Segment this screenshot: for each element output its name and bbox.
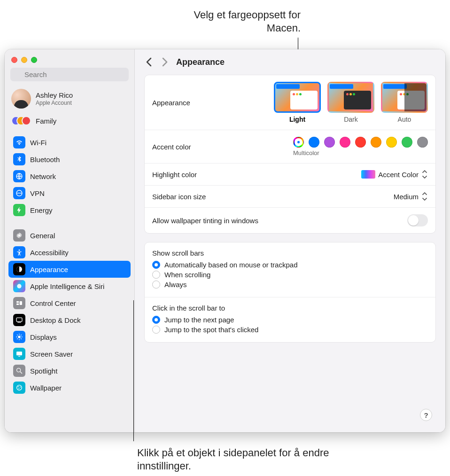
sidebar-item-spot[interactable]: Spotlight xyxy=(8,362,131,379)
dock-icon xyxy=(13,314,25,326)
toggle-knob-icon xyxy=(408,215,419,226)
radio-icon xyxy=(152,271,160,279)
accent-green[interactable] xyxy=(402,137,412,148)
svg-point-21 xyxy=(18,388,19,389)
sidebar: Ashley Rico Apple Account Family Wi-FiBl… xyxy=(5,49,135,432)
sidebar-item-general[interactable]: General xyxy=(8,227,131,244)
siri-icon xyxy=(13,280,25,292)
topbar: Appearance xyxy=(135,49,445,75)
sidebar-item-label: Desktop & Dock xyxy=(30,316,81,324)
vpn-icon xyxy=(13,187,25,199)
sidebar-item-bt[interactable]: Bluetooth xyxy=(8,151,131,168)
cc-icon xyxy=(13,297,25,309)
avatar xyxy=(11,89,31,109)
sidebar-item-disp[interactable]: Displays xyxy=(8,328,131,345)
scrollbars-option[interactable]: Always xyxy=(152,280,428,289)
sidebar-item-label: Energy xyxy=(30,206,53,214)
scrollbars-option[interactable]: Automatically based on mouse or trackpad xyxy=(152,260,428,270)
accent-label: Accent color xyxy=(152,143,293,151)
sidebar-item-label: Control Center xyxy=(30,299,76,307)
scrollclick-option[interactable]: Jump to the next page xyxy=(152,315,428,325)
back-button[interactable] xyxy=(144,57,154,67)
svg-rect-10 xyxy=(16,304,19,305)
sidebar-item-label: Appearance xyxy=(30,265,68,273)
radio-label: Jump to the spot that's clicked xyxy=(164,326,258,334)
iconsize-select[interactable]: Medium xyxy=(394,192,428,201)
net-icon xyxy=(13,170,25,182)
highlight-label: Highlight color xyxy=(152,171,361,179)
wifi-icon xyxy=(13,136,25,148)
callout-bottom: Klikk på et objekt i sidepanelet for å e… xyxy=(137,446,334,472)
svg-line-17 xyxy=(20,372,22,374)
svg-point-13 xyxy=(18,336,20,338)
appearance-option-auto[interactable]: Auto xyxy=(381,82,428,123)
highlight-value: Accent Color xyxy=(378,171,419,179)
accent-selected-label: Multicolor xyxy=(293,149,319,156)
radio-icon xyxy=(152,281,160,289)
help-button[interactable]: ? xyxy=(420,409,432,421)
family-row[interactable]: Family xyxy=(5,111,134,131)
accent-multi[interactable] xyxy=(293,137,304,148)
accent-orange[interactable] xyxy=(371,137,381,148)
page-title: Appearance xyxy=(176,57,225,67)
sidebar-item-dock[interactable]: Desktop & Dock xyxy=(8,312,131,328)
sidebar-item-label: General xyxy=(30,232,55,240)
accent-yellow[interactable] xyxy=(386,137,397,148)
scrollclick-option[interactable]: Jump to the spot that's clicked xyxy=(152,325,428,335)
minimize-button[interactable] xyxy=(21,57,27,63)
sidebar-item-wall[interactable]: Wallpaper xyxy=(8,379,131,396)
chevron-updown-icon xyxy=(421,170,428,179)
access-icon xyxy=(13,246,25,258)
accent-blue[interactable] xyxy=(309,137,319,148)
svg-rect-8 xyxy=(16,301,19,303)
sidebar-item-wifi[interactable]: Wi-Fi xyxy=(8,134,131,151)
svg-rect-14 xyxy=(16,351,22,355)
highlight-select[interactable]: Accent Color xyxy=(361,170,428,179)
sidebar-item-siri[interactable]: Apple Intelligence & Siri xyxy=(8,278,131,295)
svg-rect-15 xyxy=(18,356,20,357)
theme-label: Light xyxy=(274,116,321,123)
accent-pink[interactable] xyxy=(340,137,350,148)
theme-thumbnail-icon xyxy=(327,82,374,113)
radio-icon xyxy=(152,326,160,334)
tinting-label: Allow wallpaper tinting in windows xyxy=(152,217,407,225)
tinting-toggle[interactable] xyxy=(407,214,428,226)
accent-purple[interactable] xyxy=(324,137,335,148)
theme-label: Dark xyxy=(327,116,374,123)
sidebar-item-label: Apple Intelligence & Siri xyxy=(30,282,104,290)
sidebar-item-vpn[interactable]: VPN xyxy=(8,185,131,202)
radio-label: When scrolling xyxy=(164,271,210,279)
sidebar-item-ss[interactable]: Screen Saver xyxy=(8,345,131,362)
sidebar-item-label: VPN xyxy=(30,189,45,197)
zoom-button[interactable] xyxy=(31,57,37,63)
close-button[interactable] xyxy=(11,57,17,63)
sidebar-item-access[interactable]: Accessibility xyxy=(8,244,131,261)
sidebar-item-label: Wi-Fi xyxy=(30,139,47,147)
scrollbars-option[interactable]: When scrolling xyxy=(152,270,428,280)
forward-button[interactable] xyxy=(160,57,170,67)
iconsize-label: Sidebar icon size xyxy=(152,193,394,201)
theme-thumbnail-icon xyxy=(274,82,321,113)
appearance-option-light[interactable]: Light xyxy=(274,82,321,123)
search-input[interactable] xyxy=(10,68,129,81)
sidebar-item-label: Bluetooth xyxy=(30,156,60,164)
sidebar-item-label: Screen Saver xyxy=(30,350,73,358)
sidebar-item-net[interactable]: Network xyxy=(8,168,131,185)
accent-gray[interactable] xyxy=(417,137,428,148)
theme-label: Auto xyxy=(381,116,428,123)
svg-point-19 xyxy=(18,386,19,387)
sidebar-item-energy[interactable]: Energy xyxy=(8,202,131,218)
accent-red[interactable] xyxy=(355,137,366,148)
highlight-preview-icon xyxy=(361,170,375,179)
svg-rect-9 xyxy=(20,301,22,305)
sidebar-item-cc[interactable]: Control Center xyxy=(8,295,131,312)
family-label: Family xyxy=(36,117,56,125)
sidebar-item-label: Spotlight xyxy=(30,367,57,375)
appearance-option-dark[interactable]: Dark xyxy=(327,82,374,123)
svg-point-20 xyxy=(20,387,21,388)
sidebar-item-appear[interactable]: Appearance xyxy=(8,261,131,278)
account-row[interactable]: Ashley Rico Apple Account xyxy=(5,86,134,111)
bt-icon xyxy=(13,153,25,165)
general-icon xyxy=(13,229,25,242)
chevron-updown-icon xyxy=(421,192,428,201)
